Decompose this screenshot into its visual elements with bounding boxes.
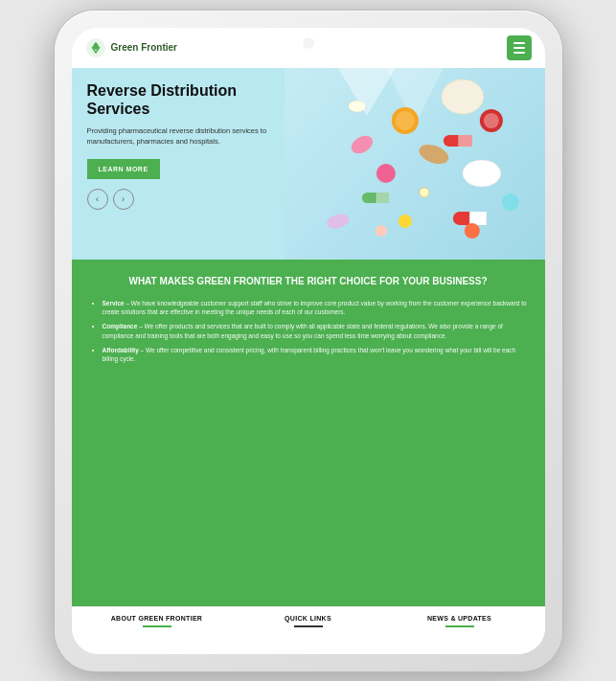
hero-description: Providing pharmaceutical reverse distrib… — [87, 125, 303, 148]
svg-point-11 — [376, 164, 396, 183]
logo-icon — [85, 37, 106, 58]
svg-rect-17 — [376, 193, 389, 203]
hero-title: Reverse Distribution Services — [87, 81, 303, 118]
footer-divider-2 — [294, 625, 323, 627]
svg-point-24 — [325, 212, 351, 231]
next-arrow-icon: › — [122, 194, 125, 204]
feature-desc-service: – We have knowledgeable customer support… — [103, 300, 527, 316]
feature-list: Service – We have knowledgeable customer… — [89, 299, 528, 365]
svg-point-14 — [484, 113, 499, 128]
volume-button-2[interactable] — [562, 164, 566, 193]
list-item: Service – We have knowledgeable customer… — [103, 299, 528, 318]
logo-text: Green Frontier — [111, 42, 177, 53]
app-footer: ABOUT GREEN FRONTIER QUICK LINKS NEWS & … — [72, 606, 545, 654]
green-section-title: WHAT MAKES GREEN FRONTIER THE RIGHT CHOI… — [89, 275, 528, 287]
prev-arrow-button[interactable]: ‹ — [87, 189, 108, 210]
svg-point-3 — [442, 79, 484, 114]
footer-col-news: NEWS & UPDATES — [384, 615, 536, 627]
svg-point-10 — [463, 160, 501, 187]
app-header: Green Frontier — [72, 28, 545, 68]
footer-divider-1 — [143, 625, 171, 627]
screen-content: Green Frontier Reverse Distribution Serv… — [72, 28, 545, 654]
svg-point-6 — [348, 132, 376, 157]
footer-divider-3 — [445, 625, 474, 627]
feature-name-service: Service — [103, 300, 125, 306]
menu-button[interactable] — [507, 35, 532, 60]
footer-links-title: QUICK LINKS — [233, 615, 384, 622]
hero-content: Reverse Distribution Services Providing … — [72, 68, 318, 260]
learn-more-button[interactable]: LEARN MORE — [87, 159, 160, 179]
svg-rect-20 — [469, 212, 487, 225]
feature-name-compliance: Compliance — [103, 323, 138, 329]
feature-desc-compliance: – We offer products and services that ar… — [103, 323, 503, 339]
screen-bezel: Green Frontier Reverse Distribution Serv… — [72, 28, 545, 654]
next-arrow-button[interactable]: › — [113, 189, 134, 210]
svg-point-15 — [349, 101, 366, 112]
volume-button[interactable] — [562, 125, 566, 154]
hamburger-icon — [513, 42, 525, 54]
svg-point-26 — [420, 188, 429, 197]
prev-arrow-icon: ‹ — [96, 194, 99, 204]
feature-desc-affordability: – We offer competitive and consistent pr… — [103, 347, 516, 363]
svg-point-22 — [465, 223, 480, 238]
feature-name-affordability: Affordability — [103, 347, 139, 353]
footer-col-links: QUICK LINKS — [233, 615, 384, 627]
green-section: WHAT MAKES GREEN FRONTIER THE RIGHT CHOI… — [72, 260, 545, 606]
svg-point-5 — [396, 111, 415, 130]
svg-point-25 — [502, 193, 519, 211]
hero-section: Reverse Distribution Services Providing … — [72, 68, 545, 260]
logo-area: Green Frontier — [85, 37, 177, 58]
power-button[interactable] — [51, 202, 55, 245]
svg-marker-1 — [338, 68, 396, 116]
list-item: Affordability – We offer competitive and… — [103, 346, 528, 365]
svg-rect-8 — [458, 135, 472, 147]
hero-navigation: ‹ › — [87, 189, 303, 210]
footer-news-title: NEWS & UPDATES — [384, 615, 536, 622]
footer-about-title: ABOUT GREEN FRONTIER — [81, 615, 233, 622]
tablet-shell: Green Frontier Reverse Distribution Serv… — [55, 11, 562, 671]
list-item: Compliance – We offer products and servi… — [103, 322, 528, 341]
hero-image — [285, 68, 545, 260]
footer-col-about: ABOUT GREEN FRONTIER — [81, 615, 233, 627]
svg-point-23 — [399, 215, 412, 228]
svg-point-27 — [376, 225, 387, 237]
